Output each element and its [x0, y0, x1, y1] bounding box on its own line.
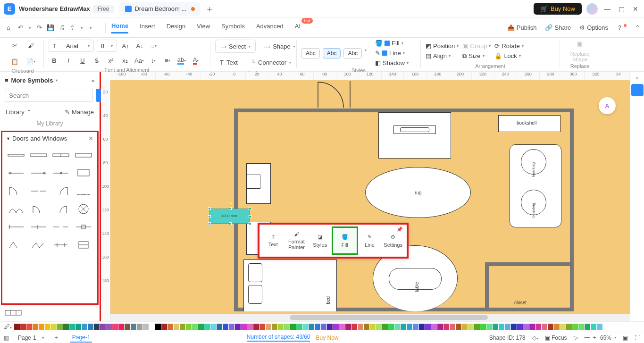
align-menu[interactable]: ≡▾: [148, 40, 159, 51]
mt-format-painter[interactable]: 🖌Format Painter: [285, 226, 309, 255]
color-swatch[interactable]: [149, 324, 155, 330]
copy-button[interactable]: 📋: [9, 56, 20, 67]
symbol-item[interactable]: [6, 237, 26, 252]
font-color-button[interactable]: A▾: [190, 55, 201, 66]
menu-insert[interactable]: Insert: [140, 23, 155, 33]
play-button[interactable]: ▷: [574, 335, 578, 341]
symbol-item[interactable]: [6, 166, 26, 181]
format-painter-button[interactable]: 🖌: [25, 40, 36, 51]
font-size-select[interactable]: 8 ▾: [97, 40, 117, 52]
save-button[interactable]: 💾: [47, 24, 54, 31]
symbol-item[interactable]: [51, 237, 71, 252]
color-swatch[interactable]: [112, 324, 118, 330]
color-swatch[interactable]: [235, 324, 241, 330]
color-swatch[interactable]: [161, 324, 167, 330]
color-swatch[interactable]: [535, 324, 541, 330]
close-category[interactable]: ✕: [88, 135, 93, 142]
color-swatch[interactable]: [82, 324, 87, 330]
color-swatch[interactable]: [51, 324, 57, 330]
color-swatch[interactable]: [137, 324, 142, 330]
color-swatch[interactable]: [407, 324, 412, 330]
color-swatch[interactable]: [437, 324, 443, 330]
color-swatch[interactable]: [450, 324, 455, 330]
color-swatch[interactable]: [284, 324, 290, 330]
color-swatch[interactable]: [20, 324, 26, 330]
color-swatch[interactable]: [548, 324, 553, 330]
outline-toggle[interactable]: ▥: [4, 335, 9, 341]
new-tab-button[interactable]: ＋: [205, 3, 214, 15]
case-button[interactable]: Aa▾: [134, 55, 145, 66]
symbol-item[interactable]: [51, 201, 71, 217]
color-swatch[interactable]: [493, 324, 498, 330]
color-swatch[interactable]: [155, 324, 161, 330]
color-swatch[interactable]: [192, 324, 198, 330]
mt-styles[interactable]: ◪Styles: [308, 226, 332, 255]
selected-shape[interactable]: 1000 mm: [209, 209, 250, 224]
symbol-item[interactable]: [74, 219, 93, 234]
color-swatch[interactable]: [554, 324, 560, 330]
color-swatch[interactable]: [358, 324, 363, 330]
color-swatch[interactable]: [204, 324, 210, 330]
expand-right-panel[interactable]: «: [636, 75, 639, 81]
color-swatch[interactable]: [443, 324, 449, 330]
color-swatch[interactable]: [339, 324, 345, 330]
color-swatch[interactable]: [542, 324, 547, 330]
color-swatch[interactable]: [351, 324, 357, 330]
menu-home[interactable]: Home: [111, 22, 128, 33]
symbol-search-input[interactable]: [5, 89, 93, 102]
line-dropdown[interactable]: ✎ Line▾: [375, 50, 409, 57]
home-icon[interactable]: ⌂: [4, 24, 13, 31]
color-swatch[interactable]: [327, 324, 333, 330]
color-swatch[interactable]: [210, 324, 216, 330]
color-swatch[interactable]: [118, 324, 124, 330]
redo-button[interactable]: ↷: [37, 24, 42, 31]
symbol-item[interactable]: [51, 219, 71, 234]
color-swatch[interactable]: [94, 324, 100, 330]
mt-text[interactable]: TText: [261, 226, 285, 255]
text-tool[interactable]: T Text: [215, 56, 243, 69]
manage-library[interactable]: ✎ Manage: [65, 109, 94, 116]
color-swatch[interactable]: [486, 324, 492, 330]
color-swatch[interactable]: [425, 324, 431, 330]
color-swatch[interactable]: [468, 324, 474, 330]
symbol-item[interactable]: [51, 166, 71, 181]
color-swatch[interactable]: [591, 324, 596, 330]
export-button[interactable]: ⇪: [70, 24, 75, 31]
color-swatch[interactable]: [302, 324, 308, 330]
paste-button[interactable]: 📄▾: [25, 56, 36, 67]
color-swatch[interactable]: [401, 324, 406, 330]
italic-button[interactable]: I: [63, 55, 74, 66]
undo-button[interactable]: ↶: [18, 24, 23, 31]
color-swatch[interactable]: [321, 324, 326, 330]
lock-dropdown[interactable]: 🔒 Lock▾: [494, 52, 523, 59]
color-swatch[interactable]: [241, 324, 247, 330]
mt-line[interactable]: ✎Line: [358, 226, 382, 255]
color-swatch[interactable]: [511, 324, 517, 330]
mt-fill[interactable]: 🪣Fill: [332, 226, 358, 255]
symbol-extra[interactable]: [0, 306, 100, 321]
color-swatch[interactable]: [370, 324, 376, 330]
maximize-button[interactable]: ▢: [617, 5, 626, 13]
color-swatch[interactable]: [572, 324, 578, 330]
drawing-canvas[interactable]: bookshelf rug rug beanbag beanbag bed ta…: [110, 80, 630, 314]
subscript-button[interactable]: x₂: [119, 55, 131, 66]
color-swatch[interactable]: [69, 324, 75, 330]
buy-now-button[interactable]: 🛒 Buy Now: [534, 3, 582, 15]
highlight-button[interactable]: ab▾: [176, 55, 187, 66]
color-swatch[interactable]: [480, 324, 486, 330]
replace-shape-label[interactable]: Replace Shape: [570, 51, 589, 62]
focus-button[interactable]: ▣ Focus: [545, 335, 567, 341]
color-swatch[interactable]: [217, 324, 222, 330]
font-family-select[interactable]: T Arial ▾: [49, 40, 94, 52]
color-swatch[interactable]: [333, 324, 339, 330]
color-swatch[interactable]: [75, 324, 81, 330]
rotate-dropdown[interactable]: ⟳ Rotate▾: [494, 42, 523, 50]
fullscreen-button[interactable]: ⛶: [635, 335, 640, 341]
menu-ai[interactable]: AI: [295, 23, 301, 33]
color-swatch[interactable]: [278, 324, 284, 330]
symbol-item[interactable]: [74, 184, 93, 199]
color-swatch[interactable]: [125, 324, 130, 330]
menu-advanced[interactable]: Advanced: [256, 23, 284, 33]
menu-view[interactable]: View: [197, 23, 210, 33]
color-swatch[interactable]: [88, 324, 93, 330]
